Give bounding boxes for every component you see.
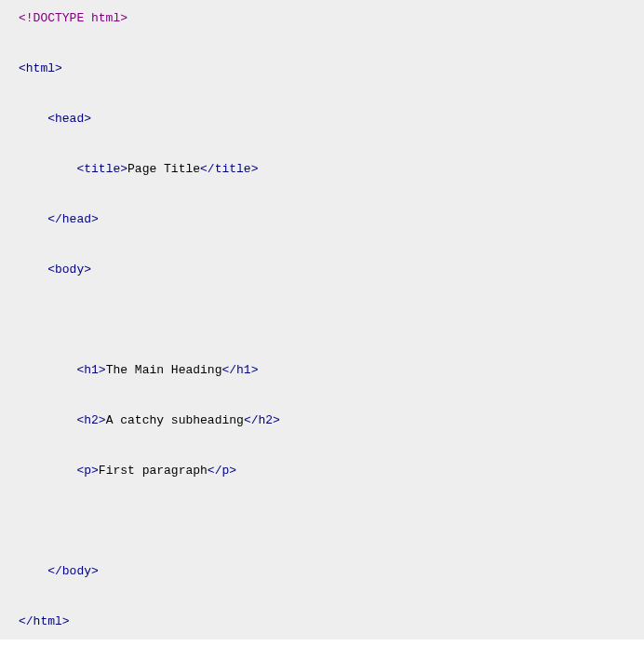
h1-close-tag: </h1> [221, 363, 258, 377]
blank-line [0, 307, 644, 332]
indent [19, 263, 47, 276]
indent [19, 564, 47, 578]
blank-line [0, 182, 644, 207]
head-open-tag: <head> [47, 112, 91, 126]
h2-text: A catchy subheading [106, 413, 244, 427]
indent [19, 162, 76, 176]
blank-line [0, 433, 644, 458]
h2-close-tag: </h2> [244, 413, 280, 427]
blank-line [0, 383, 644, 408]
code-line: <body> [0, 257, 644, 282]
indent [19, 464, 76, 478]
h1-text: The Main Heading [106, 363, 222, 377]
indent [19, 212, 47, 226]
blank-line [0, 332, 644, 357]
html-open-tag: <html> [19, 61, 62, 75]
blank-line [0, 508, 644, 533]
code-line: <h1>The Main Heading</h1> [0, 357, 644, 383]
title-text: Page Title [127, 162, 200, 176]
code-line: <html> [0, 56, 644, 81]
p-close-tag: </p> [208, 464, 236, 478]
code-block: <!DOCTYPE html> <html> <head> <title>Pag… [0, 0, 644, 640]
blank-line [0, 533, 644, 559]
indent [19, 413, 76, 427]
blank-line [0, 483, 644, 508]
code-line: <p>First paragraph</p> [0, 458, 644, 483]
blank-line [0, 31, 644, 56]
code-line: <h2>A catchy subheading</h2> [0, 408, 644, 433]
body-open-tag: <body> [47, 263, 91, 276]
code-line: </head> [0, 207, 644, 232]
indent [19, 112, 47, 126]
title-close-tag: </title> [200, 162, 258, 176]
doctype-tag: <!DOCTYPE html> [19, 11, 127, 25]
code-line: <!DOCTYPE html> [0, 6, 644, 31]
blank-line [0, 232, 644, 257]
body-close-tag: </body> [47, 564, 99, 578]
indent [19, 363, 76, 377]
p-open-tag: <p> [76, 464, 98, 478]
h2-open-tag: <h2> [76, 413, 105, 427]
code-line: <head> [0, 106, 644, 131]
blank-line [0, 81, 644, 106]
p-text: First paragraph [99, 464, 208, 478]
blank-line [0, 282, 644, 307]
blank-line [0, 584, 644, 609]
html-close-tag: </html> [19, 614, 70, 628]
title-open-tag: <title> [76, 162, 127, 176]
blank-line [0, 131, 644, 156]
code-line: <title>Page Title</title> [0, 156, 644, 182]
h1-open-tag: <h1> [76, 363, 105, 377]
code-line: </html> [0, 609, 644, 634]
code-line: </body> [0, 559, 644, 584]
head-close-tag: </head> [47, 212, 99, 226]
